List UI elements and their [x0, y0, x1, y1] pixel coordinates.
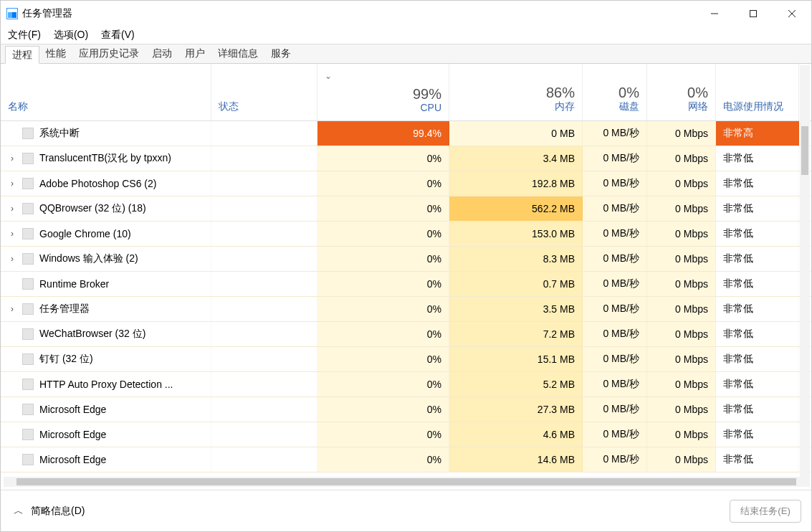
cell-memory: 3.4 MB [449, 146, 583, 171]
cell-cpu: 0% [317, 372, 449, 396]
cell-power: 非常低 [716, 347, 799, 371]
cell-power: 非常低 [716, 222, 799, 246]
cell-memory: 4.6 MB [449, 422, 583, 447]
expander-icon[interactable]: › [8, 254, 16, 264]
tab-进程[interactable]: 进程 [5, 46, 39, 64]
cell-memory: 27.3 MB [449, 397, 583, 422]
table-row[interactable]: › Windows 输入体验 (2) 0% 8.3 MB 0 MB/秒 0 Mb… [1, 247, 811, 272]
table-row[interactable]: WeChatBrowser (32 位) 0% 7.2 MB 0 MB/秒 0 … [1, 322, 811, 347]
cell-status [211, 171, 317, 196]
tab-性能[interactable]: 性能 [39, 44, 72, 63]
cell-network: 0 Mbps [647, 397, 716, 422]
cell-memory: 0.7 MB [449, 272, 583, 296]
table-row[interactable]: › QQBrowser (32 位) (18) 0% 562.2 MB 0 MB… [1, 196, 811, 222]
process-icon [22, 153, 34, 164]
menu-item[interactable]: 选项(O) [54, 29, 88, 42]
tabbar: 进程性能应用历史记录启动用户详细信息服务 [1, 44, 811, 64]
chevron-down-icon: ⌄ [325, 71, 332, 81]
tab-服务[interactable]: 服务 [264, 44, 297, 63]
table-row[interactable]: › Adobe Photoshop CS6 (2) 0% 192.8 MB 0 … [1, 171, 811, 196]
table-row[interactable]: Microsoft Edge 0% 14.6 MB 0 MB/秒 0 Mbps … [1, 447, 811, 472]
maximize-button[interactable] [734, 1, 773, 27]
cell-name: › Google Chrome (10) [1, 222, 211, 246]
process-icon [22, 328, 34, 340]
table-row[interactable]: Microsoft Edge 0% 27.3 MB 0 MB/秒 0 Mbps … [1, 397, 811, 422]
cell-network: 0 Mbps [647, 196, 716, 221]
cell-name: HTTP Auto Proxy Detection ... [1, 372, 211, 396]
vertical-scrollbar[interactable] [800, 65, 810, 487]
menu-item[interactable]: 查看(V) [101, 29, 135, 42]
process-rows: 系统中断 99.4% 0 MB 0 MB/秒 0 Mbps 非常高 › Tran… [1, 121, 811, 477]
menu-item[interactable]: 文件(F) [8, 29, 41, 42]
col-header-disk[interactable]: 0% 磁盘 [583, 64, 647, 120]
tab-用户[interactable]: 用户 [178, 44, 211, 63]
expander-icon[interactable]: › [8, 153, 16, 163]
cell-memory: 153.0 MB [449, 222, 583, 246]
scrollbar-thumb[interactable] [16, 478, 796, 485]
cell-network: 0 Mbps [647, 322, 716, 346]
titlebar: 任务管理器 [1, 1, 811, 27]
process-icon [22, 178, 34, 189]
cell-disk: 0 MB/秒 [583, 347, 647, 371]
cell-network: 0 Mbps [647, 372, 716, 396]
window-title: 任务管理器 [22, 7, 72, 20]
cell-status [211, 196, 317, 221]
details-toggle[interactable]: ︿ 简略信息(D) [14, 505, 85, 518]
expander-icon[interactable]: › [8, 304, 16, 314]
cell-name: 钉钉 (32 位) [1, 347, 211, 371]
maximize-icon [749, 9, 758, 18]
process-name: WeChatBrowser (32 位) [39, 328, 145, 341]
cell-name: Microsoft Edge [1, 447, 211, 472]
cell-disk: 0 MB/秒 [583, 222, 647, 246]
process-icon [22, 253, 34, 265]
table-row[interactable]: › 任务管理器 0% 3.5 MB 0 MB/秒 0 Mbps 非常低 [1, 297, 811, 322]
cell-cpu: 0% [317, 447, 449, 472]
horizontal-scrollbar[interactable] [4, 477, 808, 487]
col-header-memory[interactable]: 86% 内存 [449, 64, 583, 120]
process-grid: 名称 状态 ⌄ 99% CPU 86% 内存 0% 磁盘 0% 网络 电源使用情… [1, 64, 811, 487]
cell-cpu: 0% [317, 297, 449, 321]
expander-icon[interactable]: › [8, 204, 16, 214]
cell-network: 0 Mbps [647, 447, 716, 472]
cell-memory: 8.3 MB [449, 247, 583, 271]
cell-network: 0 Mbps [647, 297, 716, 321]
table-row[interactable]: › TranslucentTB(汉化 by tpxxn) 0% 3.4 MB 0… [1, 146, 811, 171]
cell-disk: 0 MB/秒 [583, 297, 647, 321]
col-stat: 99% [325, 86, 441, 102]
table-row[interactable]: 钉钉 (32 位) 0% 15.1 MB 0 MB/秒 0 Mbps 非常低 [1, 347, 811, 372]
cell-memory: 3.5 MB [449, 297, 583, 321]
cell-cpu: 0% [317, 247, 449, 271]
cell-power: 非常低 [716, 171, 799, 196]
col-header-status[interactable]: 状态 [211, 64, 317, 120]
process-icon [22, 128, 34, 139]
cell-name: Microsoft Edge [1, 422, 211, 447]
col-header-cpu[interactable]: ⌄ 99% CPU [317, 64, 449, 120]
cell-disk: 0 MB/秒 [583, 196, 647, 221]
close-button[interactable] [773, 1, 811, 27]
cell-name: 系统中断 [1, 121, 211, 146]
process-name: Microsoft Edge [39, 429, 106, 440]
table-row[interactable]: › Google Chrome (10) 0% 153.0 MB 0 MB/秒 … [1, 222, 811, 247]
table-row[interactable]: Runtime Broker 0% 0.7 MB 0 MB/秒 0 Mbps 非… [1, 272, 811, 297]
expander-icon[interactable]: › [8, 229, 16, 239]
end-task-button[interactable]: 结束任务(E) [730, 500, 801, 523]
cell-disk: 0 MB/秒 [583, 422, 647, 447]
table-row[interactable]: HTTP Auto Proxy Detection ... 0% 5.2 MB … [1, 372, 811, 397]
table-row[interactable]: Microsoft Edge 0% 4.6 MB 0 MB/秒 0 Mbps 非… [1, 422, 811, 447]
col-header-name[interactable]: 名称 [1, 64, 211, 120]
footer: ︿ 简略信息(D) 结束任务(E) [1, 490, 811, 531]
tab-应用历史记录[interactable]: 应用历史记录 [72, 44, 145, 63]
tab-详细信息[interactable]: 详细信息 [211, 44, 264, 63]
scrollbar-thumb[interactable] [801, 126, 808, 175]
cell-power: 非常低 [716, 322, 799, 346]
col-header-network[interactable]: 0% 网络 [647, 64, 716, 120]
col-label: CPU [325, 102, 441, 113]
expander-icon[interactable]: › [8, 179, 16, 189]
tab-启动[interactable]: 启动 [145, 44, 178, 63]
minimize-button[interactable] [695, 1, 734, 27]
col-header-power[interactable]: 电源使用情况 [716, 64, 799, 120]
table-row[interactable]: 系统中断 99.4% 0 MB 0 MB/秒 0 Mbps 非常高 [1, 121, 811, 146]
svg-rect-1 [750, 11, 757, 17]
process-icon [22, 278, 34, 290]
close-icon [788, 9, 796, 18]
